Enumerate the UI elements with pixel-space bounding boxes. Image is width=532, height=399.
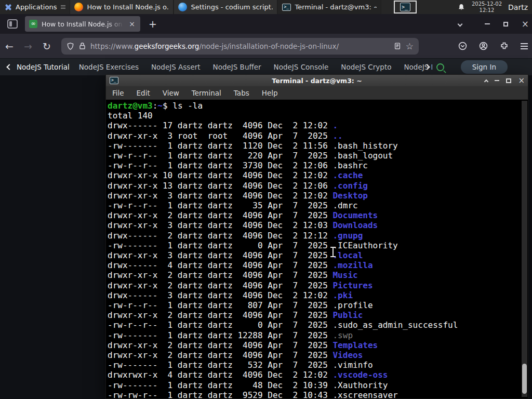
browser-tab-active[interactable]: ∞ How to Install Node.js on × — [25, 16, 140, 32]
site-nav-link[interactable]: NodeJS Exercises — [79, 63, 139, 71]
terminal-window-controls: × — [485, 75, 525, 86]
file-name: .xscreensaver — [332, 390, 397, 398]
file-meta: drwxr-xr-x 2 dartz dartz 4096 Apr 7 2025 — [108, 270, 332, 280]
file-meta: -rw-r--r-- 1 dartz dartz 3730 Dec 2 12:0… — [108, 161, 332, 170]
file-name: Documents — [332, 210, 378, 220]
file-meta: drwxr-xr-x 2 dartz dartz 4096 Apr 7 2025 — [108, 281, 332, 290]
site-nav-link[interactable]: NodeJS Buffer — [213, 63, 261, 71]
shade-window-icon[interactable] — [484, 79, 488, 83]
file-listing-row: drwx------ 3 dartz dartz 4096 Dec 2 12:0… — [108, 290, 528, 300]
taskbar-button-firefox[interactable]: How to Install Node.js o... — [70, 0, 174, 14]
reader-mode-icon[interactable] — [394, 42, 401, 50]
file-listing-row: -rw-r--r-- 1 dartz dartz 0 Apr 7 2025 .s… — [108, 320, 528, 330]
file-name: .profile — [332, 300, 373, 310]
file-name: .viminfo — [332, 360, 373, 370]
tab-close-icon[interactable]: × — [128, 20, 136, 28]
file-name: .vscode-oss — [332, 370, 388, 380]
terminal-menu-item[interactable]: View — [163, 89, 179, 97]
file-name: .cache — [332, 170, 363, 180]
lock-icon[interactable] — [79, 42, 86, 50]
file-meta: drwxr-xr-x 3 dartz dartz 4096 Dec 2 12:0… — [108, 191, 332, 201]
shield-icon[interactable] — [66, 42, 74, 50]
terminal-menu-item[interactable]: Edit — [137, 89, 150, 97]
url-text[interactable]: https://www.geeksforgeeks.org/node-js/in… — [90, 42, 389, 50]
task-label: How to Install Node.js o... — [87, 3, 169, 11]
prompt-separator: : — [153, 101, 158, 111]
file-listing: drwx------ 17 dartz dartz 4096 Dec 2 12:… — [108, 121, 528, 398]
site-nav-primary[interactable]: NodeJS Tutorial — [17, 63, 70, 71]
file-name: Pictures — [332, 281, 373, 290]
file-listing-row: drwxr-xr-x 2 dartz dartz 4096 Apr 7 2025… — [108, 210, 528, 220]
file-meta: -rw------- 1 dartz dartz 48 Dec 2 10:39 — [108, 380, 332, 390]
new-tab-button[interactable]: + — [149, 18, 157, 30]
scrollbar-thumb[interactable] — [522, 364, 527, 394]
list-tabs-chevron-icon[interactable] — [457, 21, 462, 26]
terminal-maximize-button[interactable] — [506, 78, 511, 83]
site-nav-link[interactable]: NodeJS Assert — [151, 63, 201, 71]
file-meta: drwxr-xr-x 3 dartz dartz 4096 Apr 7 2025 — [108, 250, 332, 260]
file-meta: drwxr-xr-x 2 dartz dartz 4096 Apr 7 2025 — [108, 340, 332, 350]
maximize-button[interactable] — [503, 22, 508, 26]
file-meta: -rw------- 1 dartz dartz 532 Apr 7 2025 — [108, 360, 332, 370]
account-icon[interactable] — [479, 42, 488, 50]
xfce-logo-icon — [4, 3, 12, 11]
window-controls: × — [458, 14, 529, 34]
terminal-icon: >_ — [282, 4, 291, 11]
site-nav-link[interactable]: NodeJS Console — [274, 63, 329, 71]
prompt-cwd: ~ — [157, 101, 163, 111]
terminal-titlebar[interactable]: >_ Terminal - dartz@vm3: ~ × — [106, 75, 528, 86]
site-nav-link[interactable]: NodeJS Crypto — [341, 63, 391, 71]
file-name: .ICEauthority — [332, 241, 397, 250]
taskbar-button-terminal[interactable]: >_ Terminal - dartz@vm3: ~ — [277, 0, 381, 14]
file-listing-row: -rw------- 1 dartz dartz 48 Dec 2 10:39 … — [108, 380, 528, 390]
reload-button[interactable]: ↻ — [37, 41, 56, 52]
file-name: Music — [332, 270, 357, 280]
file-name: .swp — [332, 330, 353, 340]
geeksforgeeks-favicon: ∞ — [29, 20, 37, 28]
firefox-view-icon[interactable] — [7, 19, 18, 29]
search-icon[interactable] — [436, 63, 444, 71]
task-label: Settings - codium script... — [191, 3, 273, 11]
extensions-icon[interactable] — [500, 42, 509, 50]
bookmark-star-icon[interactable]: ☆ — [406, 41, 414, 51]
terminal-menu-item[interactable]: File — [112, 89, 124, 97]
taskbar-button-codium[interactable]: Settings - codium script... — [174, 0, 277, 14]
terminal-content[interactable]: dartz@vm3:~$ ls -la total 140 drwx------… — [106, 100, 528, 398]
close-button[interactable]: × — [522, 20, 529, 29]
pocket-icon[interactable] — [458, 42, 467, 50]
file-meta: drwxr-xr-x 13 dartz dartz 4096 Dec 2 12:… — [108, 181, 332, 191]
terminal-close-button[interactable]: × — [518, 77, 525, 85]
file-name: Public — [332, 310, 363, 320]
tray-terminal-indicator[interactable]: >_ — [394, 1, 417, 14]
sign-in-button[interactable]: Sign In — [461, 60, 508, 74]
applications-label: Applications — [16, 3, 57, 11]
terminal-menu-item[interactable]: Help — [262, 89, 278, 97]
file-meta: -rw------- 1 dartz dartz 1120 Dec 2 11:5… — [108, 141, 332, 151]
site-nav-bar: NodeJS Tutorial NodeJS ExercisesNodeJS A… — [0, 58, 532, 75]
file-listing-row: drwxr-xr-x 3 dartz dartz 4096 Apr 7 2025… — [108, 250, 528, 260]
terminal-menu-item[interactable]: Terminal — [192, 89, 221, 97]
terminal-minimize-button[interactable] — [495, 80, 499, 81]
terminal-title: Terminal - dartz@vm3: ~ — [106, 77, 528, 85]
clock[interactable]: 2025-12-02 12:12 — [472, 1, 502, 14]
user-menu[interactable]: Dartz — [508, 3, 528, 11]
terminal-scrollbar[interactable] — [522, 101, 527, 397]
file-name: Downloads — [332, 220, 378, 230]
terminal-menu-item[interactable]: Tabs — [234, 89, 249, 97]
file-name: Videos — [332, 350, 363, 360]
nav-scroll-left-icon[interactable] — [6, 64, 12, 70]
applications-menu[interactable]: Applications — [0, 0, 70, 14]
url-bar[interactable]: https://www.geeksforgeeks.org/node-js/in… — [61, 38, 419, 55]
notification-bell-icon[interactable] — [457, 3, 466, 11]
file-listing-row: -rw-rw-r-- 1 dartz dartz 9529 Dec 2 10:4… — [108, 390, 528, 398]
file-meta: -rw-r--r-- 1 dartz dartz 807 Apr 7 2025 — [108, 300, 332, 310]
forward-button: → — [19, 41, 37, 52]
file-meta: drwxr-xr-x 3 dartz dartz 4096 Dec 2 12:0… — [108, 220, 332, 230]
file-name: .config — [332, 181, 367, 191]
file-name: .mozilla — [332, 260, 373, 270]
back-button[interactable]: ← — [0, 41, 19, 52]
file-name: .bashrc — [332, 161, 367, 170]
minimize-button[interactable] — [485, 23, 490, 24]
file-listing-row: drwx------ 2 dartz dartz 4096 Dec 2 12:1… — [108, 231, 528, 241]
menu-hamburger-icon[interactable] — [521, 43, 528, 49]
